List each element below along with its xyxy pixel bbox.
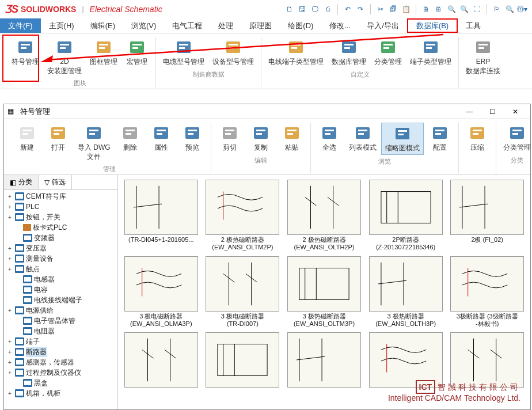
ribbon-macro[interactable]: 宏管理	[122, 37, 152, 77]
thumbnail-10[interactable]	[123, 332, 200, 389]
subribbon-dwg[interactable]: 导入 DWG文件	[74, 123, 114, 162]
tree-tab-0[interactable]: ◧分类	[4, 175, 39, 189]
menu-6[interactable]: 原理图	[241, 18, 280, 33]
subribbon-catmgr[interactable]: 分类管理	[500, 123, 532, 154]
tree-node-13[interactable]: 电阻器	[4, 326, 117, 336]
thumbnail-6[interactable]: 3 极电磁断路器(TR-DI007)	[204, 256, 282, 328]
tree-node-3[interactable]: 板卡式PLC	[4, 222, 117, 233]
tree-node-7[interactable]: +触点	[4, 264, 117, 274]
tree-node-8[interactable]: 电感器	[4, 274, 117, 284]
thumbnail-panel[interactable]: (TR-DI045+1-201605...2 极热磁断路器(EW_ANSI_OL…	[118, 175, 530, 409]
menu-9[interactable]: 导入/导出	[359, 18, 407, 33]
tree-node-1[interactable]: +PLC	[4, 202, 117, 212]
subribbon-selall[interactable]: 全选	[314, 123, 344, 155]
subribbon-copy[interactable]: 复制	[246, 123, 276, 154]
cut-icon[interactable]: ✂	[375, 4, 386, 14]
thumbnail-1[interactable]: 2 极热磁断路器(EW_ANSI_OLTM2P)	[204, 180, 282, 251]
expand-icon[interactable]: +	[6, 359, 13, 366]
menu-10[interactable]: 数据库(B)	[407, 18, 458, 33]
thumbnail-2[interactable]: 2 极热磁断路器(EW_ANSI_OLTH2P)	[286, 180, 363, 251]
expand-icon[interactable]: +	[6, 245, 13, 252]
expand-icon[interactable]: +	[6, 204, 13, 210]
menu-11[interactable]: 工具	[458, 18, 489, 33]
subribbon-cut[interactable]: 剪切	[215, 123, 245, 154]
zoom-in-icon[interactable]: 🔍	[446, 4, 457, 14]
expand-icon[interactable]: +	[6, 193, 13, 200]
tree-node-5[interactable]: +变压器	[4, 243, 117, 253]
expand-icon[interactable]: +	[6, 339, 13, 345]
thumbnail-11[interactable]	[204, 332, 282, 389]
tree-node-15[interactable]: +断路器	[4, 347, 117, 357]
doc2-icon[interactable]: 🗎	[434, 4, 444, 14]
menu-1[interactable]: 主页(H)	[41, 18, 82, 33]
thumbnail-7[interactable]: 3 极热磁断路器(EW_ANSI_OLTM3P)	[286, 256, 363, 328]
tree-node-11[interactable]: +电源供给	[4, 305, 117, 316]
maximize-button[interactable]: ☐	[481, 105, 504, 118]
tree-node-2[interactable]: +按钮，开关	[4, 212, 117, 222]
expand-icon[interactable]: +	[6, 308, 13, 314]
tree-tab-1[interactable]: ▽筛选	[39, 175, 72, 189]
menu-7[interactable]: 绘图(D)	[280, 18, 321, 33]
search-icon[interactable]: 🔍	[504, 4, 515, 14]
thumbnail-5[interactable]: 3 极电磁断路器(EW_ANSI_OLMA3P)	[123, 256, 200, 328]
expand-icon[interactable]: +	[6, 214, 13, 221]
subribbon-new[interactable]: 新建	[12, 123, 42, 162]
thumbnail-8[interactable]: 3 极热断路器(EW_ANSI_OLTH3P)	[367, 256, 444, 328]
minimize-button[interactable]: —	[458, 105, 481, 118]
thumbnail-4[interactable]: 2极 (FI_02)	[449, 180, 526, 251]
new-icon[interactable]: 🗋	[284, 4, 295, 14]
menu-4[interactable]: 电气工程	[164, 18, 210, 33]
thumbnail-0[interactable]: (TR-DI045+1-201605...	[123, 180, 200, 251]
tree-node-16[interactable]: +感测器，传感器	[4, 357, 117, 367]
tree-node-4[interactable]: 变频器	[4, 233, 117, 243]
subribbon-preview[interactable]: 预览	[177, 123, 207, 162]
menu-0[interactable]: 文件(F)	[0, 18, 41, 33]
close-button[interactable]: ✕	[504, 105, 527, 118]
ribbon-device[interactable]: 设备型号管理	[209, 37, 257, 68]
subribbon-prop[interactable]: 属性	[146, 123, 176, 162]
ribbon-cable[interactable]: 电缆型号管理	[159, 37, 208, 68]
thumbnail-14[interactable]	[449, 332, 526, 389]
flag-icon[interactable]: 🏳	[492, 4, 502, 14]
subribbon-list[interactable]: 列表模式	[345, 123, 380, 155]
tree-node-0[interactable]: +CEMT符号库	[4, 191, 117, 202]
expand-icon[interactable]: +	[6, 390, 13, 397]
thumbnail-12[interactable]	[286, 332, 363, 389]
redo-icon[interactable]: ↷	[355, 4, 366, 14]
subribbon-paste[interactable]: 粘贴	[277, 123, 307, 154]
subribbon-thumb[interactable]: 缩略图模式	[381, 123, 424, 155]
expand-icon[interactable]: +	[6, 349, 13, 355]
copy-icon[interactable]: 🗐	[388, 4, 398, 14]
screen-icon[interactable]: 🖵	[310, 4, 320, 14]
thumbnail-9[interactable]: 3极断路器 (3级断路器-林毅书)	[449, 256, 526, 328]
ribbon-erp[interactable]: ERP数据库连接	[462, 37, 504, 77]
zoom-out-icon[interactable]: 🔍	[459, 4, 469, 14]
doc1-icon[interactable]: 🗎	[421, 4, 431, 14]
tree-node-6[interactable]: +测量设备	[4, 253, 117, 264]
tree-node-9[interactable]: 电容	[4, 284, 117, 295]
menu-5[interactable]: 处理	[210, 18, 241, 33]
tree-list[interactable]: +CEMT符号库+PLC+按钮，开关板卡式PLC变频器+变压器+测量设备+触点电…	[4, 190, 117, 409]
tree-node-19[interactable]: +机箱，机柜	[4, 388, 117, 398]
menu-8[interactable]: 修改...	[321, 18, 359, 33]
expand-icon[interactable]: +	[6, 370, 13, 376]
tree-node-14[interactable]: +端子	[4, 336, 117, 347]
target-icon[interactable]: ⓜ▾	[517, 4, 527, 14]
tree-node-10[interactable]: 电线接线端端子	[4, 295, 117, 305]
tree-node-12[interactable]: 电子管晶体管	[4, 316, 117, 326]
subribbon-del[interactable]: 删除	[115, 123, 145, 162]
ribbon-db[interactable]: 数据库管理	[328, 37, 370, 68]
tree-node-17[interactable]: +过程控制及仪器仪	[4, 367, 117, 378]
undo-icon[interactable]: ↶	[343, 4, 353, 14]
print-icon[interactable]: ⎙	[322, 4, 333, 14]
ribbon-term[interactable]: 端子类型管理	[406, 37, 455, 68]
ribbon-2d[interactable]: 2D安装图管理	[44, 37, 85, 77]
fullscreen-icon[interactable]: ⛶	[472, 4, 482, 14]
paste-icon[interactable]: 📋	[401, 4, 411, 14]
thumbnail-13[interactable]	[367, 332, 444, 389]
ribbon-cat[interactable]: 分类管理	[371, 37, 405, 68]
menu-2[interactable]: 编辑(E)	[82, 18, 123, 33]
menu-3[interactable]: 浏览(V)	[123, 18, 164, 33]
tree-node-18[interactable]: 黑盒	[4, 378, 117, 388]
save-icon[interactable]: 🖫	[297, 4, 307, 14]
